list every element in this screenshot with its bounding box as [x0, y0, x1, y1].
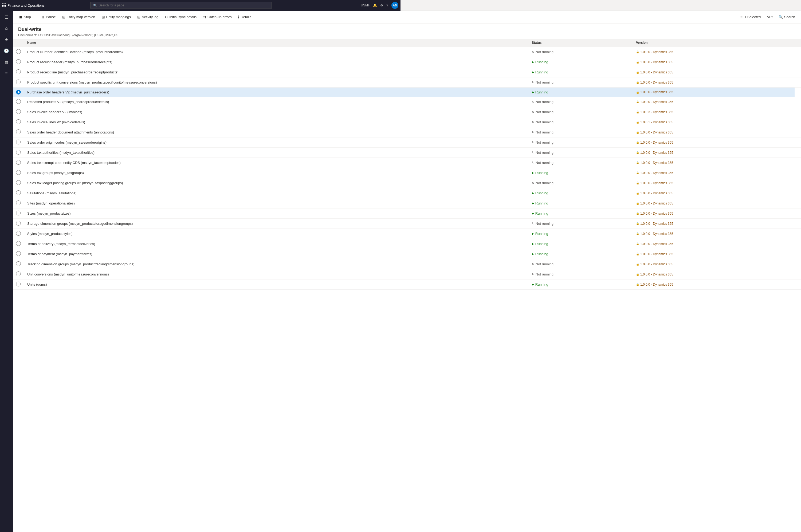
row-select-cell[interactable]: [13, 259, 24, 266]
catch-up-errors-button[interactable]: ⇉ Catch-up errors: [200, 13, 234, 21]
sidebar-item-menu[interactable]: ☰: [1, 12, 12, 22]
row-select-cell[interactable]: [13, 218, 24, 229]
row-name-cell: Terms of payment (msdyn_paymentterms): [24, 249, 400, 259]
sidebar-item-favorites[interactable]: ★: [1, 34, 12, 45]
row-select-cell[interactable]: [13, 57, 24, 67]
row-name-cell: Sales invoice lines V2 (invoicedetails): [24, 117, 400, 127]
activity-log-button[interactable]: ⊞ Activity log: [135, 13, 161, 21]
row-select-cell[interactable]: [13, 97, 24, 107]
row-select-cell[interactable]: [13, 208, 24, 218]
table-row[interactable]: Product specific unit conversions (msdyn…: [13, 77, 400, 88]
col-select: [13, 39, 24, 47]
table-row[interactable]: Sites (msdyn_operationalsites) ▶Running …: [13, 198, 400, 208]
row-select-cell[interactable]: [13, 148, 24, 158]
row-select-cell[interactable]: [13, 88, 24, 97]
row-select-cell[interactable]: [13, 168, 24, 178]
radio-button[interactable]: [16, 241, 21, 246]
row-select-cell[interactable]: [13, 178, 24, 188]
stop-button[interactable]: ⏹ Stop: [16, 13, 34, 21]
radio-button[interactable]: [16, 180, 21, 185]
row-select-cell[interactable]: [13, 47, 24, 57]
entity-mappings-button[interactable]: ⊞ Entity mappings: [99, 13, 134, 21]
table-row[interactable]: Released products V2 (msdyn_sharedproduc…: [13, 97, 400, 107]
row-name-cell: Sales tax authorities (msdyn_taxauthorit…: [24, 148, 400, 158]
sidebar-item-recent[interactable]: 🕐: [1, 45, 12, 56]
table-row[interactable]: Sales order origin codes (msdyn_salesord…: [13, 137, 400, 148]
row-select-cell[interactable]: [13, 67, 24, 77]
row-select-cell[interactable]: [13, 198, 24, 208]
pause-button[interactable]: ⏸ Pause: [38, 13, 58, 21]
table-row[interactable]: Sales tax ledger posting groups V2 (msdy…: [13, 178, 400, 188]
help-icon[interactable]: ?: [386, 3, 388, 7]
radio-button[interactable]: [16, 251, 21, 256]
table-row[interactable]: Tracking dimension groups (msdyn_product…: [13, 259, 400, 266]
row-select-cell[interactable]: [13, 117, 24, 127]
sidebar-item-modules[interactable]: ≡: [1, 68, 12, 78]
pause-icon: ⏸: [41, 15, 44, 19]
row-select-cell[interactable]: [13, 127, 24, 137]
radio-button[interactable]: [16, 119, 21, 124]
sidebar-item-home[interactable]: ⌂: [1, 23, 12, 34]
radio-button[interactable]: [16, 201, 21, 205]
radio-button[interactable]: [16, 170, 21, 175]
radio-button[interactable]: [16, 59, 21, 64]
radio-button[interactable]: [16, 261, 21, 266]
table-row[interactable]: Sales tax authorities (msdyn_taxauthorit…: [13, 148, 400, 158]
table-row[interactable]: Sales invoice headers V2 (invoices) ↻Not…: [13, 107, 400, 117]
radio-button[interactable]: [16, 70, 21, 74]
radio-button[interactable]: [16, 49, 21, 54]
radio-button[interactable]: [16, 190, 21, 195]
radio-button[interactable]: [16, 221, 21, 226]
row-select-cell[interactable]: [13, 137, 24, 148]
row-select-cell[interactable]: [13, 158, 24, 168]
table-row[interactable]: Product receipt header (msdyn_purchaseor…: [13, 57, 400, 67]
global-search-input[interactable]: [98, 3, 269, 7]
row-select-cell[interactable]: [13, 188, 24, 198]
radio-button[interactable]: [16, 211, 21, 215]
radio-button[interactable]: [16, 231, 21, 236]
radio-button[interactable]: [16, 160, 21, 165]
app-logo[interactable]: Finance and Operations: [2, 3, 45, 7]
radio-button[interactable]: [16, 99, 21, 104]
radio-button[interactable]: [16, 109, 21, 114]
sidebar-item-workspaces[interactable]: ▦: [1, 57, 12, 67]
radio-button[interactable]: [16, 79, 21, 84]
avatar[interactable]: AD: [392, 2, 398, 9]
radio-button[interactable]: [16, 150, 21, 155]
row-select-cell[interactable]: [13, 229, 24, 239]
top-nav: Finance and Operations 🔍 USMF 🔔 ⚙ ? AD: [0, 0, 400, 11]
row-select-cell[interactable]: [13, 107, 24, 117]
waffle-icon[interactable]: [2, 3, 6, 7]
table-row[interactable]: Sales tax groups (msdyn_taxgroups) ▶Runn…: [13, 168, 400, 178]
row-select-cell[interactable]: [13, 77, 24, 88]
table-row[interactable]: Salutations (msdyn_salutations) ▶Running…: [13, 188, 400, 198]
settings-icon[interactable]: ⚙: [380, 3, 383, 7]
table-row[interactable]: Product receipt line (msdyn_purchaseorde…: [13, 67, 400, 77]
radio-button[interactable]: [16, 90, 21, 95]
table-row[interactable]: Sales order header document attachments …: [13, 127, 400, 137]
table-row[interactable]: Product Number Identified Barcode (msdyn…: [13, 47, 400, 57]
global-search-bar[interactable]: 🔍: [90, 2, 272, 9]
table-row[interactable]: Purchase order headers V2 (msdyn_purchas…: [13, 88, 400, 97]
row-name-cell: Product Number Identified Barcode (msdyn…: [24, 47, 400, 57]
main-content: Dual-write Environment: FOCDSDevGuacheng…: [13, 23, 400, 266]
radio-button[interactable]: [16, 139, 21, 145]
table-row[interactable]: Terms of delivery (msdyn_termsofdeliveri…: [13, 239, 400, 249]
page-header: Dual-write Environment: FOCDSDevGuacheng…: [13, 23, 400, 39]
initial-sync-button[interactable]: ↻ Initial sync details: [162, 13, 199, 21]
row-select-cell[interactable]: [13, 249, 24, 259]
table-row[interactable]: Styles (msdyn_productstyles) ▶Running 🔒 …: [13, 229, 400, 239]
notification-icon[interactable]: 🔔: [373, 3, 377, 7]
table-row[interactable]: Sizes (msdyn_productsizes) ▶Running 🔒 1.…: [13, 208, 400, 218]
page-title: Dual-write: [18, 27, 400, 32]
table-row[interactable]: Storage dimension groups (msdyn_products…: [13, 218, 400, 229]
details-button[interactable]: ℹ Details: [235, 13, 254, 21]
entity-map-version-button[interactable]: ⊞ Entity map version: [60, 13, 98, 21]
table-row[interactable]: Terms of payment (msdyn_paymentterms) ▶R…: [13, 249, 400, 259]
table-row[interactable]: Sales invoice lines V2 (invoicedetails) …: [13, 117, 400, 127]
table-row[interactable]: Sales tax exempt code entity CDS (msdyn_…: [13, 158, 400, 168]
radio-button[interactable]: [16, 130, 21, 134]
row-select-cell[interactable]: [13, 239, 24, 249]
col-name[interactable]: Name: [24, 39, 400, 47]
table-container[interactable]: Name Status Version Product Number Ident…: [13, 39, 400, 266]
